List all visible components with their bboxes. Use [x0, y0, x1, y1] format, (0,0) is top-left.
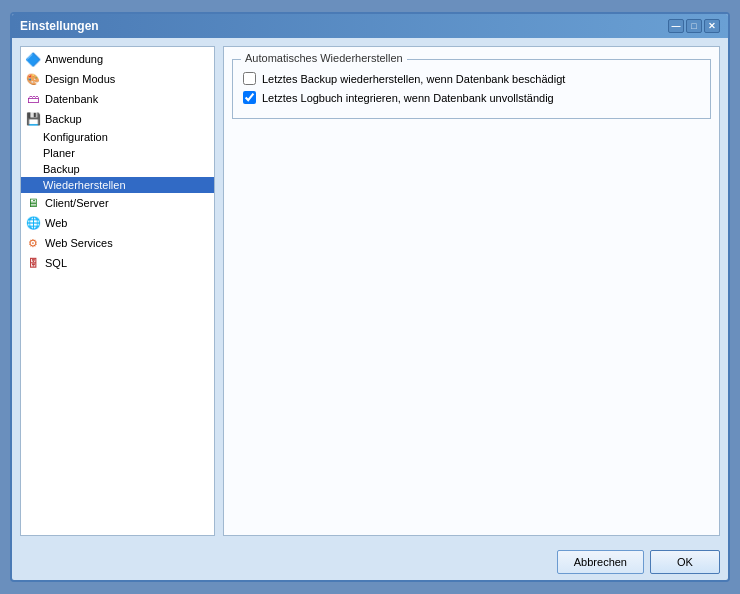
anwendung-icon: 🔷	[25, 51, 41, 67]
sidebar: 🔷 Anwendung 🎨 Design Modus 🗃 Datenbank 💾…	[20, 46, 215, 536]
settings-dialog: Einstellungen — □ ✕ 🔷 Anwendung 🎨 Design…	[10, 12, 730, 582]
sql-icon: 🗄	[25, 255, 41, 271]
sidebar-label-backup-sub: Backup	[43, 163, 80, 175]
sidebar-item-anwendung[interactable]: 🔷 Anwendung	[21, 49, 214, 69]
close-button[interactable]: ✕	[704, 19, 720, 33]
checkbox-row-2: Letztes Logbuch integrieren, wenn Datenb…	[243, 91, 700, 104]
sidebar-item-sql[interactable]: 🗄 SQL	[21, 253, 214, 273]
backup-icon: 💾	[25, 111, 41, 127]
sidebar-item-backup[interactable]: 💾 Backup	[21, 109, 214, 129]
design-icon: 🎨	[25, 71, 41, 87]
sidebar-label-web-services: Web Services	[45, 237, 113, 249]
sidebar-label-datenbank: Datenbank	[45, 93, 98, 105]
title-bar: Einstellungen — □ ✕	[12, 14, 728, 38]
checkbox-logbuch[interactable]	[243, 91, 256, 104]
cancel-button[interactable]: Abbrechen	[557, 550, 644, 574]
client-icon: 🖥	[25, 195, 41, 211]
sidebar-item-web-services[interactable]: ⚙ Web Services	[21, 233, 214, 253]
web-icon: 🌐	[25, 215, 41, 231]
sidebar-item-konfiguration[interactable]: Konfiguration	[21, 129, 214, 145]
ok-button[interactable]: OK	[650, 550, 720, 574]
minimize-button[interactable]: —	[668, 19, 684, 33]
sidebar-item-backup-sub[interactable]: Backup	[21, 161, 214, 177]
sidebar-label-sql: SQL	[45, 257, 67, 269]
dialog-body: 🔷 Anwendung 🎨 Design Modus 🗃 Datenbank 💾…	[12, 38, 728, 544]
sidebar-item-datenbank[interactable]: 🗃 Datenbank	[21, 89, 214, 109]
sidebar-item-planer[interactable]: Planer	[21, 145, 214, 161]
sidebar-label-planer: Planer	[43, 147, 75, 159]
sidebar-item-client-server[interactable]: 🖥 Client/Server	[21, 193, 214, 213]
auto-restore-group: Automatisches Wiederherstellen Letztes B…	[232, 59, 711, 119]
sidebar-label-design-modus: Design Modus	[45, 73, 115, 85]
sidebar-list: 🔷 Anwendung 🎨 Design Modus 🗃 Datenbank 💾…	[21, 47, 214, 275]
content-area: Automatisches Wiederherstellen Letztes B…	[223, 46, 720, 536]
sidebar-item-wiederherstellen[interactable]: Wiederherstellen	[21, 177, 214, 193]
group-title: Automatisches Wiederherstellen	[241, 52, 407, 64]
title-bar-buttons: — □ ✕	[668, 19, 720, 33]
sidebar-label-konfiguration: Konfiguration	[43, 131, 108, 143]
webservices-icon: ⚙	[25, 235, 41, 251]
sidebar-item-design-modus[interactable]: 🎨 Design Modus	[21, 69, 214, 89]
checkbox-backup-restore[interactable]	[243, 72, 256, 85]
maximize-button[interactable]: □	[686, 19, 702, 33]
sidebar-label-anwendung: Anwendung	[45, 53, 103, 65]
content-panel: Automatisches Wiederherstellen Letztes B…	[223, 46, 720, 536]
checkbox-backup-restore-label: Letztes Backup wiederherstellen, wenn Da…	[262, 73, 565, 85]
checkbox-logbuch-label: Letztes Logbuch integrieren, wenn Datenb…	[262, 92, 554, 104]
sidebar-label-web: Web	[45, 217, 67, 229]
checkbox-row-1: Letztes Backup wiederherstellen, wenn Da…	[243, 72, 700, 85]
sidebar-item-web[interactable]: 🌐 Web	[21, 213, 214, 233]
sidebar-label-wiederherstellen: Wiederherstellen	[43, 179, 126, 191]
sidebar-label-client-server: Client/Server	[45, 197, 109, 209]
sidebar-label-backup: Backup	[45, 113, 82, 125]
dialog-title: Einstellungen	[20, 19, 99, 33]
datenbank-icon: 🗃	[25, 91, 41, 107]
dialog-footer: Abbrechen OK	[12, 544, 728, 580]
